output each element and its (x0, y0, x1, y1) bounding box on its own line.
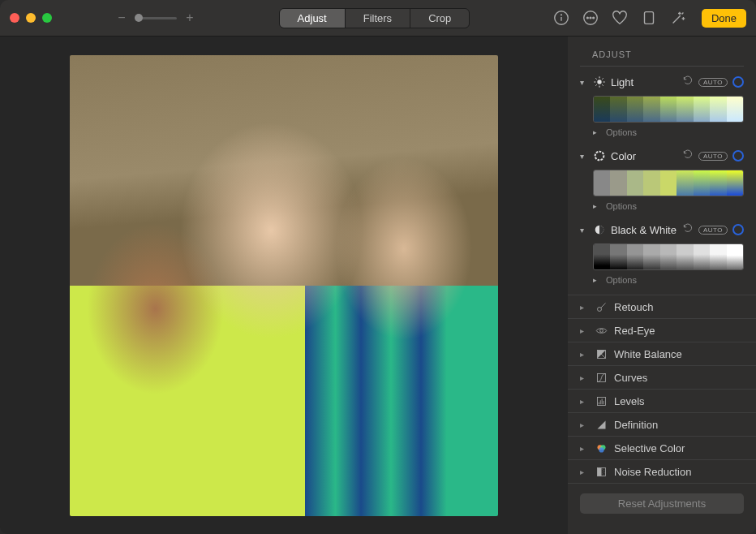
svg-point-19 (597, 307, 601, 311)
svg-rect-29 (602, 468, 603, 469)
section-label: Black & White (611, 224, 677, 236)
chevron-right-icon: ▸ (580, 467, 588, 476)
white-balance-icon (595, 347, 608, 360)
chevron-right-icon: ▸ (580, 444, 588, 453)
svg-rect-32 (604, 472, 604, 473)
chevron-right-icon: ▸ (580, 420, 588, 429)
section-retouch[interactable]: ▸Retouch (568, 295, 756, 319)
bw-icon (593, 223, 606, 236)
section-color: ▾ Color AUTO ▸Options (568, 144, 756, 217)
fullscreen-window-button[interactable] (42, 13, 52, 23)
titlebar: − + Adjust Filters Crop Done (0, 0, 756, 37)
section-header-bw[interactable]: ▾ Black & White AUTO (580, 219, 744, 240)
aspect-icon[interactable] (640, 9, 658, 27)
redeye-icon (595, 324, 608, 337)
section-selective-color[interactable]: ▸Selective Color (568, 437, 756, 460)
collapsed-adjustments: ▸Retouch ▸Red-Eye ▸White Balance ▸Curves… (568, 295, 756, 484)
section-label: Color (611, 150, 677, 162)
selective-color-icon (595, 441, 608, 454)
minimize-window-button[interactable] (26, 13, 36, 23)
light-preview-strip[interactable] (593, 96, 744, 123)
options-label: Options (606, 127, 637, 137)
workspace: ADJUST ▾ Light AUTO ▸Options ▾ Color AUT… (0, 37, 756, 534)
section-label: Retouch (614, 301, 744, 313)
mode-segmented-control: Adjust Filters Crop (279, 8, 470, 28)
more-icon[interactable] (582, 9, 599, 27)
chevron-right-icon: ▸ (593, 128, 601, 136)
auto-button[interactable]: AUTO (698, 152, 728, 161)
svg-point-5 (590, 17, 591, 19)
adjust-sidebar: ADJUST ▾ Light AUTO ▸Options ▾ Color AUT… (568, 37, 756, 534)
enable-toggle[interactable] (732, 224, 744, 235)
section-levels[interactable]: ▸Levels (568, 390, 756, 413)
tab-adjust[interactable]: Adjust (280, 9, 346, 28)
enable-toggle[interactable] (732, 76, 744, 88)
zoom-in-button[interactable]: + (183, 11, 196, 24)
section-label: Selective Color (614, 442, 744, 454)
favorite-icon[interactable] (611, 9, 629, 27)
info-icon[interactable] (552, 9, 570, 27)
toolbar-right-icons: Done (552, 9, 746, 28)
tab-filters[interactable]: Filters (346, 9, 410, 28)
section-label: Red-Eye (614, 325, 744, 337)
tab-crop[interactable]: Crop (410, 9, 469, 28)
chevron-right-icon: ▸ (593, 276, 601, 284)
svg-point-26 (599, 447, 604, 452)
svg-line-14 (602, 84, 603, 85)
reset-adjustments-button[interactable]: Reset Adjustments (580, 493, 744, 514)
options-label: Options (606, 201, 637, 211)
svg-point-4 (586, 17, 588, 19)
section-white-balance[interactable]: ▸White Balance (568, 342, 756, 366)
section-redeye[interactable]: ▸Red-Eye (568, 319, 756, 342)
close-window-button[interactable] (10, 13, 19, 23)
revert-icon[interactable] (682, 75, 694, 89)
options-row-color[interactable]: ▸Options (580, 200, 744, 216)
revert-icon[interactable] (682, 149, 694, 163)
section-label: Curves (614, 372, 744, 384)
svg-rect-33 (602, 473, 603, 474)
svg-point-20 (599, 329, 603, 332)
section-label: White Balance (614, 348, 744, 360)
svg-line-15 (595, 84, 596, 85)
zoom-controls: − + (115, 11, 196, 24)
section-label: Noise Reduction (614, 466, 744, 478)
svg-point-8 (597, 80, 601, 84)
chevron-right-icon: ▸ (580, 373, 588, 382)
window-controls (10, 13, 52, 23)
svg-rect-31 (602, 471, 603, 472)
svg-rect-7 (644, 12, 653, 24)
chevron-down-icon: ▾ (580, 226, 588, 235)
edited-photo (70, 55, 498, 516)
chevron-right-icon: ▸ (593, 202, 601, 210)
curves-icon (595, 371, 608, 384)
chevron-right-icon: ▸ (580, 350, 588, 359)
definition-icon (595, 418, 608, 431)
auto-button[interactable]: AUTO (698, 226, 728, 235)
section-definition[interactable]: ▸Definition (568, 413, 756, 437)
revert-icon[interactable] (682, 222, 694, 237)
svg-rect-28 (597, 467, 601, 476)
section-header-light[interactable]: ▾ Light AUTO (580, 71, 744, 93)
zoom-out-button[interactable]: − (115, 11, 128, 24)
section-label: Light (611, 76, 677, 88)
options-row-bw[interactable]: ▸Options (580, 273, 744, 290)
auto-button[interactable]: AUTO (698, 78, 728, 87)
chevron-right-icon: ▸ (580, 303, 588, 312)
auto-enhance-icon[interactable] (669, 9, 687, 27)
sidebar-title: ADJUST (580, 46, 744, 67)
done-button[interactable]: Done (702, 9, 746, 28)
section-label: Definition (614, 419, 744, 431)
section-curves[interactable]: ▸Curves (568, 366, 756, 390)
svg-rect-30 (604, 470, 604, 471)
section-noise-reduction[interactable]: ▸Noise Reduction (568, 460, 756, 484)
photo-canvas[interactable] (0, 37, 568, 534)
svg-point-17 (595, 152, 604, 161)
color-icon (593, 149, 606, 162)
color-preview-strip[interactable] (593, 170, 744, 196)
enable-toggle[interactable] (732, 150, 744, 161)
bw-preview-strip[interactable] (593, 243, 744, 270)
svg-line-13 (595, 78, 596, 79)
zoom-slider[interactable] (135, 17, 177, 19)
options-row-light[interactable]: ▸Options (580, 126, 744, 142)
section-header-color[interactable]: ▾ Color AUTO (580, 145, 744, 166)
